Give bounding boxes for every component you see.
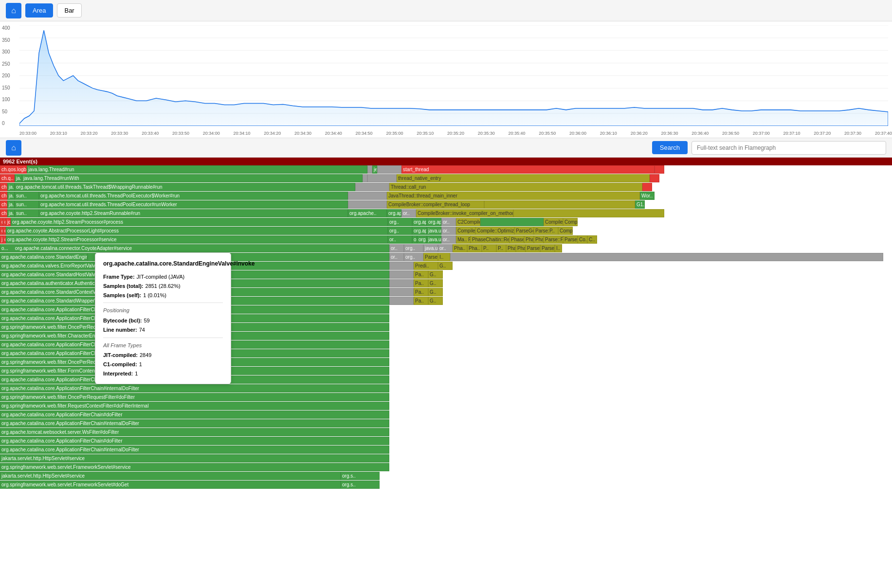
frame-c92[interactable]: C..: [587, 235, 597, 244]
flamegraph-container[interactable]: 9962 Event(s) ch.qos.logb.. java.lang.Th…: [0, 158, 892, 588]
search-button[interactable]: Search: [652, 141, 688, 154]
frame-parsedi10[interactable]: Parse::d..: [540, 244, 555, 252]
frame-pha103[interactable]: Pha..: [506, 244, 516, 252]
frame-streamprocessor-service[interactable]: org.apache.coyote.http2.StreamProcessor#…: [6, 235, 388, 244]
chart-svg[interactable]: [19, 25, 888, 126]
frame-pha102[interactable]: Pha.. P..: [467, 244, 482, 252]
frame-sun5[interactable]: sun..: [15, 200, 39, 209]
frame-ch-q[interactable]: ch.q..: [0, 174, 15, 182]
home-button-mid[interactable]: ⌂: [6, 140, 21, 156]
frame-or9[interactable]: or..: [388, 235, 412, 244]
frame-pha10[interactable]: Pha.. P..: [453, 244, 467, 252]
frame-g14[interactable]: G..: [428, 279, 443, 287]
frame-ch-q6[interactable]: ch.q..: [0, 209, 7, 217]
home-button-top[interactable]: ⌂: [6, 3, 21, 18]
frame-threadpoolexecutor-worker[interactable]: org.apache.tomcat.util.threads.ThreadPoo…: [39, 192, 348, 200]
frame-org-s37[interactable]: org.s..: [341, 481, 380, 489]
frame-l11[interactable]: I..: [438, 253, 450, 261]
frame-g13[interactable]: G..: [428, 270, 443, 279]
frame-g12[interactable]: G..: [438, 262, 453, 270]
frame-wsfilter[interactable]: org.apache.tomcat.websocket.server.WsFil…: [0, 428, 389, 436]
frame-ja3[interactable]: ja..: [7, 183, 15, 191]
frame-c2c2[interactable]: [480, 218, 544, 226]
frame-o9[interactable]: o..: [412, 235, 417, 244]
frame-phase92[interactable]: Phase..: [524, 235, 534, 244]
frame-phase9[interactable]: Phase..: [510, 235, 524, 244]
frame-thread-native-entry[interactable]: thread_native_entry: [397, 174, 650, 182]
frame-tn2[interactable]: [650, 174, 659, 182]
frame-ja6[interactable]: ja..: [7, 209, 15, 217]
frame-parsed9[interactable]: Parse:d..: [563, 235, 578, 244]
frame-jeffrey[interactable]: jeffrey..: [372, 165, 377, 174]
frame-pa14[interactable]: Pa..: [414, 279, 428, 287]
frame-ja4[interactable]: ja..: [7, 192, 15, 200]
search-input[interactable]: [692, 141, 886, 155]
frame-threadpoolexecutor-run[interactable]: org.apache.tomcat.util.threads.ThreadPoo…: [39, 200, 348, 209]
frame-coyoteadapter[interactable]: o... org.apache.catalina.connector.Coyot…: [0, 244, 389, 252]
frame-thread-call-run[interactable]: Thread::call_run: [389, 183, 642, 191]
frame-start-thread2[interactable]: [655, 165, 664, 174]
frame-compilebroker-loop2[interactable]: [484, 200, 635, 209]
frame-parsegen8[interactable]: ParseGen..: [514, 227, 534, 235]
frame-java8[interactable]: java.u..: [427, 227, 441, 235]
frame-start-thread[interactable]: start_thread: [401, 165, 655, 174]
frame-abstractprocessorlight[interactable]: org.apache.coyote.AbstractProcessorLight…: [6, 227, 388, 235]
frame-java-lang-thread-run[interactable]: java.lang.Thread#run: [27, 165, 367, 174]
frame-appfilterchain-dofilter5[interactable]: org.apache.catalina.core.ApplicationFilt…: [0, 437, 389, 445]
frame-compi7[interactable]: Compila..: [563, 218, 578, 226]
frame-frameworkservlet-service[interactable]: org.springframework.web.servlet.Framewor…: [0, 463, 389, 471]
frame-parse8[interactable]: Parse:P..: [534, 227, 558, 235]
frame-predi12[interactable]: Predi..: [414, 262, 438, 270]
frame-g1[interactable]: G1..: [635, 200, 645, 209]
frame-javathread-main[interactable]: JavaThread::thread_main_inner: [387, 192, 640, 200]
frame-ch-qos-logb[interactable]: ch.qos.logb..: [0, 165, 27, 174]
frame-parsep9[interactable]: Parse::P..: [544, 235, 563, 244]
frame-frameworkservlet-doget[interactable]: org.springframework.web.servlet.Framewor…: [0, 481, 341, 489]
frame-java-lang-thread-runwith[interactable]: java.lang.Thread#runWith: [22, 174, 363, 182]
frame-p102[interactable]: P..: [496, 244, 506, 252]
frame-tcr2[interactable]: [642, 183, 652, 191]
frame-appfilterchain-internal4[interactable]: org.apache.catalina.core.ApplicationFilt…: [0, 419, 389, 428]
frame-wor[interactable]: Wor..: [640, 192, 655, 200]
frame-pha104[interactable]: Pha..: [516, 244, 526, 252]
frame-org-ap6[interactable]: org.ap..: [387, 209, 401, 217]
frame-pa15[interactable]: Pa..: [414, 288, 428, 296]
frame-or6[interactable]: org.apache..: [348, 209, 387, 217]
frame-ch-q4[interactable]: ch.q..: [0, 192, 7, 200]
frame-compile7[interactable]: Compile..: [544, 218, 563, 226]
area-tab[interactable]: Area: [25, 3, 53, 18]
frame-appfilterchain-internal3[interactable]: org.apache.catalina.core.ApplicationFilt…: [0, 384, 389, 392]
frame-g16[interactable]: G..: [428, 297, 443, 305]
frame-parse11[interactable]: Parse::..: [423, 253, 438, 261]
frame-compilebroker-loop[interactable]: CompileBroker::compiler_thread_loop: [387, 200, 484, 209]
frame-c2compiler[interactable]: C2Compiler::compile_method: [456, 218, 480, 226]
frame-compile8[interactable]: Compile::Compile: [456, 227, 475, 235]
bar-tab[interactable]: Bar: [57, 3, 81, 18]
frame-org-ap7[interactable]: org.ap..: [427, 218, 441, 226]
frame-compilebroker-invoke2[interactable]: [513, 209, 664, 217]
frame-ja2[interactable]: ja..: [15, 174, 22, 182]
frame-httpservlet-service2[interactable]: jakarta.servlet.http.HttpServlet#service: [0, 472, 341, 480]
frame-l10[interactable]: I..: [555, 244, 562, 252]
frame-org8[interactable]: org..: [388, 227, 412, 235]
frame-stdenginevalve[interactable]: org.apache.catalina.core.StandardEngineV…: [0, 253, 88, 261]
frame-pa16[interactable]: Pa..: [414, 297, 428, 305]
frame-java9[interactable]: java.u..: [427, 235, 441, 244]
frame-compila8[interactable]: Compila..: [558, 227, 573, 235]
frame-ch-q3[interactable]: ch.q..: [0, 183, 7, 191]
frame-phasechaiti9[interactable]: PhaseChaitin::Register_Alloc..: [471, 235, 510, 244]
frame-compilebroker-invoke[interactable]: CompileBroker::invoke_compiler_on_method: [416, 209, 513, 217]
frame-phas9[interactable]: Phas..: [534, 235, 544, 244]
frame-parsed10[interactable]: Parse::d..: [526, 244, 540, 252]
frame-co9[interactable]: Co..: [578, 235, 587, 244]
frame-requestcontext[interactable]: org.springframework.web.filter.RequestCo…: [0, 402, 389, 410]
frame-streamrunnable[interactable]: org.apache.coyote.http2.StreamRunnable#r…: [39, 209, 348, 217]
frame-httpservlet-service[interactable]: jakarta.servlet.http.HttpServlet#service: [0, 454, 389, 463]
frame-pa13[interactable]: Pa..: [414, 270, 428, 279]
frame-org-apac8[interactable]: org.apac..: [412, 227, 427, 235]
frame-appfilterchain-dofilter4[interactable]: org.apache.catalina.core.ApplicationFilt…: [0, 410, 389, 419]
frame-org-apac7[interactable]: org.apac..: [412, 218, 427, 226]
frame-p10[interactable]: P..: [482, 244, 496, 252]
frame-ch-q5[interactable]: ch.q..: [0, 200, 7, 209]
frame-streamprocessor[interactable]: org.apache.coyote.http2.StreamProcessor#…: [11, 218, 388, 226]
